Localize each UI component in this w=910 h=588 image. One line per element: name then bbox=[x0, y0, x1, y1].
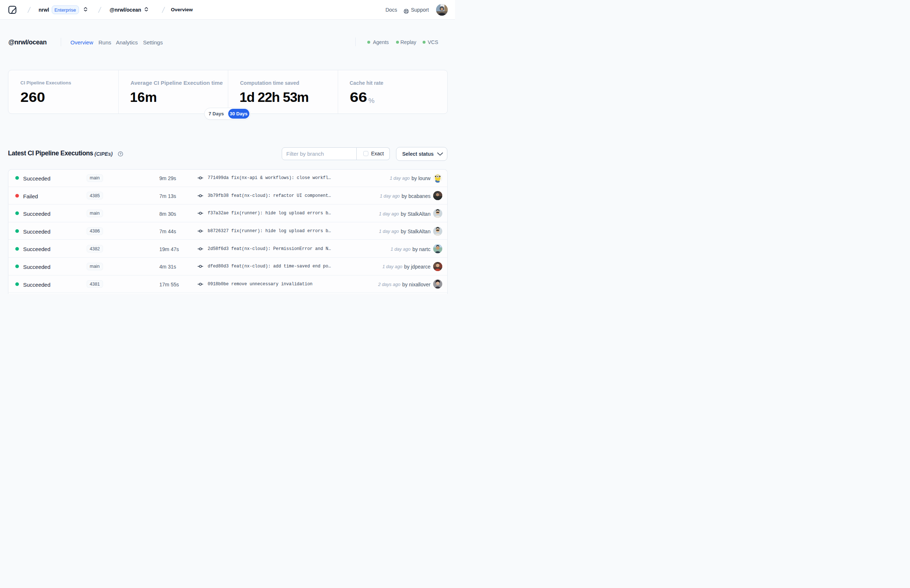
svg-text:?: ? bbox=[120, 152, 121, 156]
